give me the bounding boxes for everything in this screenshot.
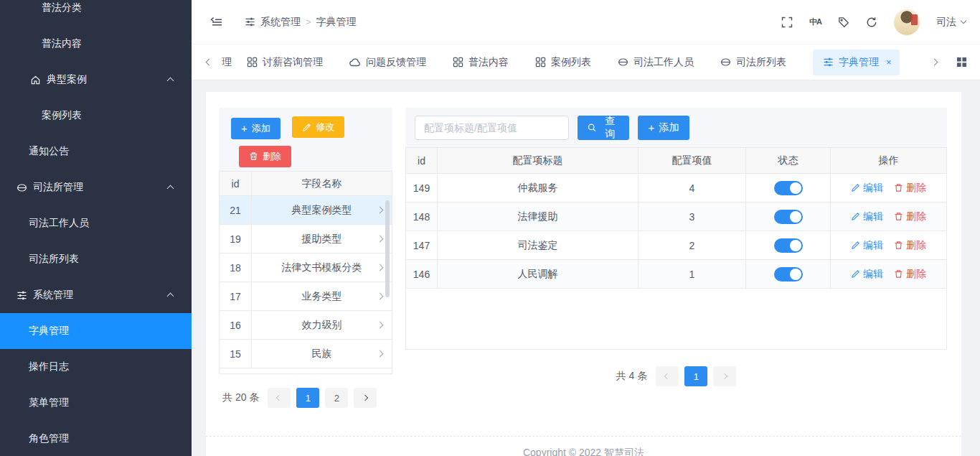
breadcrumb-parent[interactable]: 系统管理 (260, 16, 301, 29)
cell-field-name[interactable]: 法律文书模板分类 (252, 253, 392, 281)
delete-link[interactable]: 删除 (894, 239, 926, 252)
cell-field-name[interactable]: 业务类型 (252, 282, 392, 310)
status-toggle[interactable] (774, 210, 803, 224)
add-config-button[interactable]: +添加 (638, 116, 689, 140)
prev-page-button[interactable] (656, 366, 679, 386)
status-toggle[interactable] (774, 181, 803, 195)
sidebar-item-typical-cases[interactable]: 典型案例 (0, 62, 192, 98)
table-row[interactable]: 17 业务类型 (220, 282, 392, 311)
avatar[interactable] (894, 9, 920, 35)
content-card: +添加 修改 删除 id 字段名称 21 典型案例类型 19 援助类型 (206, 92, 961, 456)
sidebar-item-pufa-category[interactable]: 普法分类 (0, 0, 192, 26)
cell-title: 仲裁服务 (438, 174, 639, 202)
next-page-button[interactable] (354, 388, 377, 408)
tab-scroll-right-icon[interactable] (932, 60, 937, 65)
sidebar-item-label: 典型案例 (47, 73, 87, 86)
column-header-status: 状态 (746, 148, 831, 173)
cell-status (746, 260, 831, 288)
edit-link[interactable]: 编辑 (851, 182, 883, 195)
table-row[interactable]: 16 效力级别 (220, 311, 392, 340)
page-button-2[interactable]: 2 (325, 388, 348, 408)
query-button[interactable]: 查询 (578, 116, 629, 140)
cell-id: 148 (406, 203, 438, 231)
cell-field-name[interactable]: 民族 (252, 340, 392, 368)
sidebar-item-dictionary-mgmt[interactable]: 字典管理 (0, 313, 192, 349)
sidebar-item-system-mgmt[interactable]: 系统管理 (0, 277, 192, 313)
pencil-icon (851, 183, 860, 192)
prev-page-button[interactable] (268, 388, 291, 408)
tab-clipped[interactable]: 理 (221, 56, 232, 69)
tag-icon[interactable] (838, 17, 849, 28)
edit-link[interactable]: 编辑 (851, 239, 883, 252)
edit-dictionary-button[interactable]: 修改 (292, 116, 344, 138)
delete-link[interactable]: 删除 (894, 182, 926, 195)
sidebar-item-label: 司法工作人员 (29, 217, 89, 230)
menu-fold-icon[interactable] (210, 17, 223, 28)
table-row: 146 人民调解 1 编辑 删除 (406, 260, 946, 289)
sidebar-item-notices[interactable]: 通知公告 (0, 134, 192, 169)
tab-feedback-mgmt[interactable]: 问题反馈管理 (349, 56, 426, 69)
config-pagination: 共 4 条 1 (405, 366, 947, 386)
close-icon[interactable]: × (886, 57, 892, 67)
sidebar-item-pufa-content[interactable]: 普法内容 (0, 26, 192, 62)
cloud-icon (349, 57, 361, 68)
cell-value: 3 (639, 203, 746, 231)
page-button-1[interactable]: 1 (684, 366, 707, 386)
cell-id: 147 (406, 231, 438, 259)
tab-pufa-content[interactable]: 普法内容 (453, 56, 509, 69)
user-menu[interactable]: 司法 (936, 16, 966, 29)
edit-link[interactable]: 编辑 (851, 268, 883, 281)
sidebar-item-label: 字典管理 (29, 325, 69, 338)
table-row[interactable]: 15 民族 (220, 340, 392, 368)
tab-judicial-office-list[interactable]: 司法所列表 (720, 56, 786, 69)
cell-field-name[interactable]: 援助类型 (252, 225, 392, 253)
sidebar-item-judicial-staff[interactable]: 司法工作人员 (0, 205, 192, 241)
table-row[interactable]: 21 典型案例类型 (220, 196, 392, 225)
total-count: 共 20 条 (222, 391, 259, 404)
translate-icon[interactable]: 中A (809, 17, 821, 27)
sidebar-item-operation-log[interactable]: 操作日志 (0, 349, 192, 385)
sidebar-item-judicial-office-mgmt[interactable]: 司法所管理 (0, 169, 192, 205)
cell-id: 19 (220, 225, 252, 253)
search-input[interactable] (415, 116, 569, 140)
tab-label: 司法工作人员 (633, 56, 694, 69)
page-button-1[interactable]: 1 (296, 388, 319, 408)
tab-salary-consult-mgmt[interactable]: 讨薪咨询管理 (247, 56, 323, 69)
sliders-icon (245, 17, 255, 27)
sidebar-item-role-mgmt[interactable]: 角色管理 (0, 421, 192, 456)
trash-icon (894, 183, 903, 192)
tab-label: 案例列表 (551, 56, 591, 69)
edit-link[interactable]: 编辑 (851, 210, 883, 223)
tab-bar: 理 讨薪咨询管理 问题反馈管理 普法内容 案例列表 司法工作人员 (192, 45, 980, 80)
scrollbar[interactable] (385, 200, 390, 297)
next-page-button[interactable] (713, 366, 736, 386)
tab-judicial-staff[interactable]: 司法工作人员 (618, 56, 694, 69)
refresh-icon[interactable] (866, 17, 877, 28)
cell-field-name[interactable]: 典型案例类型 (252, 196, 392, 224)
plus-icon: + (241, 123, 248, 134)
table-row[interactable]: 19 援助类型 (220, 225, 392, 253)
pencil-icon (851, 241, 860, 250)
sidebar-item-case-list[interactable]: 案例列表 (0, 98, 192, 134)
sidebar-item-menu-mgmt[interactable]: 菜单管理 (0, 385, 192, 421)
sidebar-item-judicial-office-list[interactable]: 司法所列表 (0, 241, 192, 277)
tab-options-grid-icon[interactable] (956, 57, 967, 68)
status-toggle[interactable] (774, 267, 803, 281)
table-row[interactable]: 18 法律文书模板分类 (220, 253, 392, 282)
sidebar-item-label: 通知公告 (29, 145, 69, 158)
db-icon (17, 182, 27, 193)
sidebar-menu: 普法分类 普法内容 典型案例 案例列表 通知公告 司法所管理 司法工作人员 司法… (0, 0, 192, 456)
fullscreen-icon[interactable] (781, 17, 793, 28)
status-toggle[interactable] (774, 238, 803, 253)
cell-value: 4 (639, 174, 746, 202)
sidebar: 普法分类 普法内容 典型案例 案例列表 通知公告 司法所管理 司法工作人员 司法… (0, 0, 192, 456)
tab-dictionary-mgmt[interactable]: 字典管理 × (813, 50, 900, 75)
delete-link[interactable]: 删除 (894, 268, 926, 281)
delete-dictionary-button[interactable]: 删除 (239, 146, 291, 167)
delete-link[interactable]: 删除 (894, 210, 926, 223)
cell-field-name[interactable]: 效力级别 (252, 311, 392, 339)
tab-case-list[interactable]: 案例列表 (535, 56, 591, 69)
tab-scroll-left-icon[interactable] (207, 60, 212, 65)
cell-id: 16 (220, 311, 252, 339)
add-dictionary-button[interactable]: +添加 (231, 118, 281, 139)
